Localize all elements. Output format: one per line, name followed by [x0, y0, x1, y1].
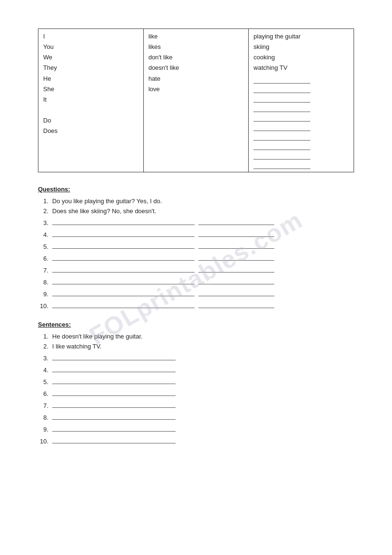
s-blank-9[interactable]	[52, 424, 176, 432]
s-num-10: 10.	[38, 438, 48, 445]
pronoun-i: I	[43, 32, 139, 41]
a-blank-3[interactable]	[198, 217, 274, 225]
a-blank-4[interactable]	[198, 229, 274, 237]
question-row-2: 2. Does she like skiing? No, she doesn't…	[38, 207, 354, 215]
blank-line-7	[253, 133, 310, 141]
q-blank-10[interactable]	[52, 301, 195, 308]
question-row-3: 3.	[38, 217, 354, 226]
questions-section: Questions: 1. Do you like playing the gu…	[38, 186, 354, 310]
q-num-8: 8.	[38, 279, 48, 286]
blank-line-4	[253, 104, 310, 112]
question-row-10: 10.	[38, 301, 354, 310]
s-blank-8[interactable]	[52, 412, 176, 420]
verb-love: love	[149, 85, 244, 94]
blank-line-8	[253, 142, 310, 150]
sentence-row-5: 5.	[38, 376, 354, 386]
s-blank-10[interactable]	[52, 436, 176, 443]
sentence-row-6: 6.	[38, 388, 354, 397]
blank-line-3	[253, 95, 310, 103]
s-num-8: 8.	[38, 414, 48, 421]
question-row-1: 1. Do you like playing the guitar? Yes, …	[38, 198, 354, 205]
s-blank-4[interactable]	[52, 365, 176, 372]
a-blank-9[interactable]	[198, 289, 274, 296]
sentence-row-10: 10.	[38, 436, 354, 445]
q-blank-3[interactable]	[52, 217, 195, 225]
q-num-6: 6.	[38, 255, 48, 262]
pronouns-cell: I You We They He She It Do Does	[38, 29, 144, 172]
does-label: Does	[43, 126, 139, 136]
questions-title: Questions:	[38, 186, 354, 193]
question-row-9: 9.	[38, 289, 354, 298]
a-blank-7[interactable]	[198, 265, 274, 273]
blank-line-9	[253, 152, 310, 160]
q-num-10: 10.	[38, 302, 48, 310]
question-row-5: 5.	[38, 241, 354, 250]
blank-line-10	[253, 161, 310, 169]
a-blank-6[interactable]	[198, 253, 274, 261]
question-row-6: 6.	[38, 253, 354, 262]
pronoun-they: They	[43, 63, 139, 73]
q-num-9: 9.	[38, 291, 48, 298]
q-blank-7[interactable]	[52, 265, 195, 273]
activity-tv: watching TV	[253, 63, 349, 73]
blank-line-1	[253, 76, 310, 84]
question-row-7: 7.	[38, 265, 354, 274]
sentence-row-8: 8.	[38, 412, 354, 421]
activity-skiing: skiing	[253, 42, 349, 52]
verb-hate: hate	[149, 74, 244, 84]
a-blank-8[interactable]	[198, 277, 274, 284]
q-num-4: 4.	[38, 231, 48, 238]
sentence-row-2: 2. I like watching TV.	[38, 343, 354, 350]
do-label: Do	[43, 116, 139, 125]
verb-likes: likes	[149, 42, 244, 52]
question-row-8: 8.	[38, 277, 354, 286]
q-num-3: 3.	[38, 219, 48, 226]
blank-line-5	[253, 114, 310, 122]
sentences-section: Sentences: 1. He doesn't like playing th…	[38, 321, 354, 445]
pronoun-you: You	[43, 42, 139, 52]
activities-cell: playing the guitar skiing cooking watchi…	[249, 29, 354, 172]
q-num-1: 1.	[38, 198, 48, 205]
s-blank-5[interactable]	[52, 376, 176, 384]
verb-dont-like: don't like	[149, 53, 244, 62]
reference-table: I You We They He She It Do Does like lik…	[38, 28, 354, 172]
s-text-1: He doesn't like playing the guitar.	[52, 333, 142, 340]
activity-guitar: playing the guitar	[253, 32, 349, 41]
s-text-2: I like watching TV.	[52, 343, 102, 350]
s-num-6: 6.	[38, 390, 48, 397]
sentence-row-1: 1. He doesn't like playing the guitar.	[38, 333, 354, 340]
q-num-7: 7.	[38, 267, 48, 274]
pronoun-he: He	[43, 74, 139, 84]
spacer	[43, 105, 139, 115]
s-blank-3[interactable]	[52, 353, 176, 360]
q-num-5: 5.	[38, 243, 48, 250]
sentences-title: Sentences:	[38, 321, 354, 328]
q-blank-6[interactable]	[52, 253, 195, 261]
activity-blanks	[253, 76, 349, 169]
sentence-row-4: 4.	[38, 365, 354, 374]
s-blank-7[interactable]	[52, 400, 176, 408]
sentence-row-3: 3.	[38, 353, 354, 362]
s-num-1: 1.	[38, 333, 48, 340]
q-blank-9[interactable]	[52, 289, 195, 296]
pronoun-it: It	[43, 95, 139, 104]
pronoun-we: We	[43, 53, 139, 62]
s-blank-6[interactable]	[52, 388, 176, 396]
sentence-row-9: 9.	[38, 424, 354, 433]
sentence-row-7: 7.	[38, 400, 354, 409]
a-blank-5[interactable]	[198, 241, 274, 249]
q-text-2: Does she like skiing? No, she doesn't.	[52, 207, 156, 215]
blank-line-6	[253, 123, 310, 131]
q-blank-8[interactable]	[52, 277, 195, 284]
s-num-4: 4.	[38, 367, 48, 374]
s-num-2: 2.	[38, 343, 48, 350]
pronoun-she: She	[43, 85, 139, 94]
s-num-9: 9.	[38, 426, 48, 433]
q-num-2: 2.	[38, 207, 48, 215]
s-num-5: 5.	[38, 378, 48, 386]
q-blank-4[interactable]	[52, 229, 195, 237]
s-num-3: 3.	[38, 355, 48, 362]
a-blank-10[interactable]	[198, 301, 274, 308]
verbs-cell: like likes don't like doesn't like hate …	[143, 29, 249, 172]
q-blank-5[interactable]	[52, 241, 195, 249]
